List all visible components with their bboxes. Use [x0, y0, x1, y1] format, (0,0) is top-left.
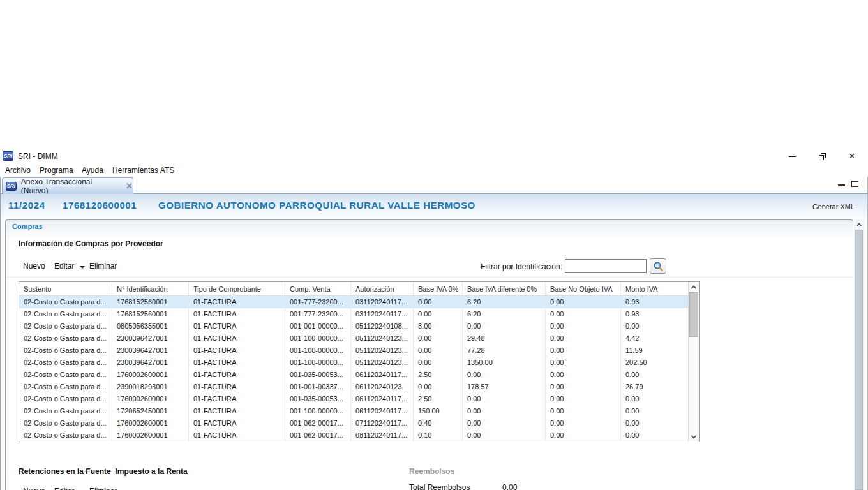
table-cell: 0.00 — [621, 405, 689, 417]
window-titlebar: SRi SRI - DIMM × — [0, 148, 868, 165]
table-cell: 0.00 — [463, 393, 546, 405]
retenciones-nuevo-button[interactable]: Nuevo — [23, 487, 45, 490]
table-cell: 6.20 — [463, 296, 546, 308]
table-cell: 001-062-00017... — [285, 417, 351, 429]
table-cell: 0.00 — [546, 405, 621, 417]
tab-anexo-transaccional[interactable]: SRi Anexo Transaccional (Nuevo) ✕ — [2, 177, 133, 194]
column-header[interactable]: Sustento — [19, 282, 112, 295]
column-header[interactable]: Autorización — [351, 282, 414, 295]
total-reembolsos-value: 0.00 — [502, 483, 517, 490]
table-cell: 0.00 — [546, 393, 621, 405]
filter-input[interactable] — [565, 259, 647, 273]
table-cell: 0.00 — [463, 405, 546, 417]
column-header[interactable]: Base No Objeto IVA — [546, 282, 621, 295]
table-row[interactable]: 02-Costo o Gasto para d...17600026000010… — [19, 369, 688, 381]
menu-archivo[interactable]: Archivo — [5, 166, 31, 175]
table-cell: 0.00 — [546, 308, 621, 320]
view-minimize-icon[interactable] — [838, 181, 845, 186]
content-area: Compras Información de Compras por Prove… — [1, 219, 867, 490]
table-cell: 26.79 — [621, 381, 689, 393]
section-title-retenciones: Retenciones en la Fuente Impuesto a la R… — [19, 467, 188, 476]
compras-table: SustentoN° IdentificaciónTipo de Comprob… — [19, 281, 700, 442]
view-maximize-icon[interactable] — [851, 181, 858, 187]
table-cell: 071120240117... — [351, 417, 414, 429]
tab-label: Anexo Transaccional (Nuevo) — [21, 177, 120, 195]
window-minimize-button[interactable] — [781, 148, 803, 165]
scroll-down-icon[interactable] — [691, 433, 696, 438]
table-cell: 0.00 — [546, 296, 621, 308]
table-cell: 01-FACTURA — [189, 357, 285, 369]
table-cell: 1768152560001 — [112, 296, 189, 308]
table-cell: 02-Costo o Gasto para d... — [19, 405, 112, 417]
table-cell: 0.00 — [546, 429, 621, 442]
table-cell: 02-Costo o Gasto para d... — [19, 417, 112, 429]
table-cell: 02-Costo o Gasto para d... — [19, 332, 112, 345]
table-row[interactable]: 02-Costo o Gasto para d...23003964270010… — [19, 332, 688, 345]
table-cell: 001-100-00000... — [285, 357, 351, 369]
table-cell: 0.00 — [621, 393, 689, 405]
table-cell: 02-Costo o Gasto para d... — [19, 393, 112, 405]
taxpayer-name-label: GOBIERNO AUTONOMO PARROQUIAL RURAL VALLE… — [158, 200, 475, 211]
table-row[interactable]: 02-Costo o Gasto para d...23003964270010… — [19, 345, 688, 357]
table-cell: 0.00 — [414, 345, 463, 357]
editar-button[interactable]: Editar — [54, 262, 74, 271]
table-cell: 001-100-00000... — [285, 405, 351, 417]
content-scrollbar-thumb[interactable] — [855, 230, 863, 490]
table-cell: 77.28 — [463, 345, 546, 357]
table-cell: 01-FACTURA — [189, 369, 285, 381]
table-row[interactable]: 02-Costo o Gasto para d...17681525600010… — [19, 296, 688, 308]
column-header[interactable]: Comp. Venta — [285, 282, 351, 295]
table-cell: 02-Costo o Gasto para d... — [19, 381, 112, 393]
table-row[interactable]: 02-Costo o Gasto para d...23003964270010… — [19, 357, 688, 369]
table-cell: 0.00 — [414, 308, 463, 320]
scroll-up-icon[interactable] — [691, 285, 696, 290]
table-body: 02-Costo o Gasto para d...17681525600010… — [19, 296, 688, 442]
column-header[interactable]: Base IVA diferente 0% — [463, 282, 546, 295]
menu-programa[interactable]: Programa — [40, 166, 73, 175]
column-header[interactable]: Tipo de Comprobante — [189, 282, 285, 295]
table-row[interactable]: 02-Costo o Gasto para d...17681525600010… — [19, 308, 688, 320]
table-row[interactable]: 02-Costo o Gasto para d...17600026000010… — [19, 393, 688, 405]
table-cell: 001-001-00000... — [285, 320, 351, 332]
window-close-button[interactable]: × — [841, 148, 863, 165]
filter-search-button[interactable] — [650, 258, 666, 274]
table-cell: 0.00 — [621, 320, 689, 332]
table-cell: 001-035-00053... — [285, 393, 351, 405]
menu-herramientas-ats[interactable]: Herramientas ATS — [112, 166, 174, 175]
app-logo-icon: SRi — [3, 151, 13, 161]
editar-dropdown-icon[interactable] — [80, 266, 85, 269]
table-cell: 001-100-00000... — [285, 332, 351, 345]
restore-icon — [819, 153, 826, 160]
table-row[interactable]: 02-Costo o Gasto para d...23900182930010… — [19, 381, 688, 393]
table-scrollbar-thumb[interactable] — [689, 292, 698, 337]
window-restore-button[interactable] — [811, 148, 833, 165]
table-row[interactable]: 02-Costo o Gasto para d...17600026000010… — [19, 429, 688, 442]
table-row[interactable]: 02-Costo o Gasto para d...17600026000010… — [19, 417, 688, 429]
nuevo-button[interactable]: Nuevo — [23, 262, 45, 271]
table-row[interactable]: 02-Costo o Gasto para d...17206524500010… — [19, 405, 688, 417]
section-separator — [6, 277, 852, 278]
menu-ayuda[interactable]: Ayuda — [82, 166, 103, 175]
column-header[interactable]: Monto IVA — [621, 282, 689, 295]
search-icon — [653, 261, 664, 272]
content-scroll-up-icon[interactable] — [856, 223, 861, 228]
content-scrollbar[interactable] — [854, 219, 864, 490]
column-header[interactable]: N° Identificación — [112, 282, 189, 295]
table-cell: 0.00 — [463, 429, 546, 442]
retenciones-eliminar-button[interactable]: Eliminar — [89, 487, 117, 490]
table-cell: 0.00 — [621, 429, 689, 442]
tab-close-icon[interactable]: ✕ — [126, 182, 133, 190]
table-cell: 150.00 — [414, 405, 463, 417]
table-row[interactable]: 02-Costo o Gasto para d...08050563550010… — [19, 320, 688, 332]
eliminar-button[interactable]: Eliminar — [89, 262, 117, 271]
table-cell: 02-Costo o Gasto para d... — [19, 369, 112, 381]
column-header[interactable]: Base IVA 0% — [414, 282, 463, 295]
section-title-reembolsos: Reembolsos — [409, 467, 454, 476]
generar-xml-button[interactable]: Generar XML — [812, 203, 855, 211]
table-cell: 0.00 — [414, 357, 463, 369]
retenciones-editar-button[interactable]: Editar — [54, 487, 74, 490]
table-cell: 061120240123... — [351, 381, 414, 393]
close-icon: × — [849, 151, 855, 161]
group-title-informacion-compras: Información de Compras por Proveedor — [19, 239, 163, 248]
table-scrollbar[interactable] — [688, 282, 699, 442]
